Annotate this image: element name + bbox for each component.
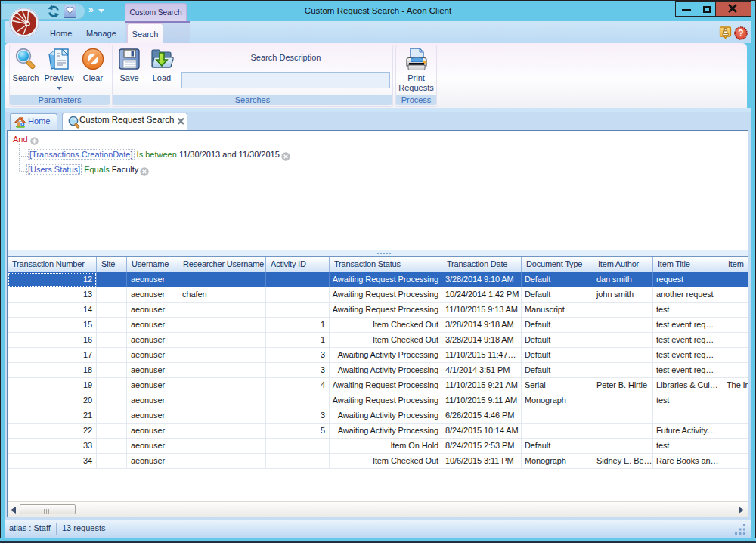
svg-text:?: ? <box>738 28 743 39</box>
